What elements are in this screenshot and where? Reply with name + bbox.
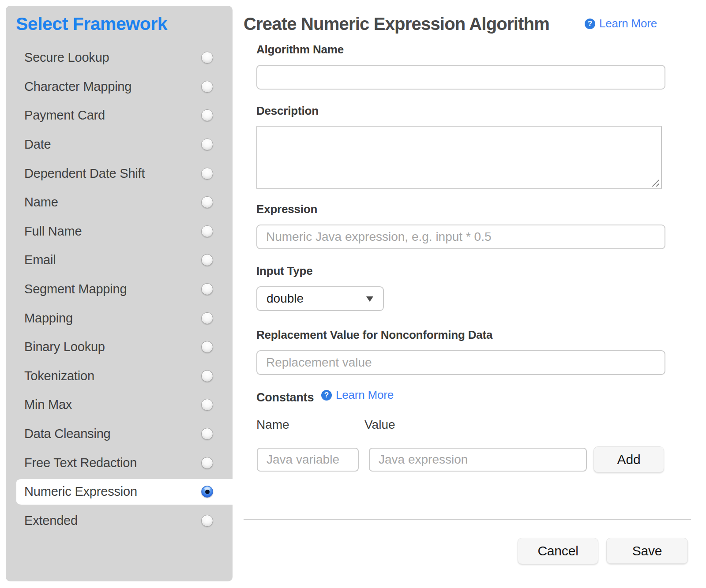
radio-icon[interactable] — [201, 139, 213, 150]
radio-icon[interactable] — [201, 52, 213, 64]
replacement-value-input[interactable] — [256, 350, 665, 375]
help-icon: ? — [585, 19, 595, 29]
sidebar-item-numeric-expression[interactable]: Numeric Expression — [16, 477, 233, 506]
cancel-button[interactable]: Cancel — [518, 538, 598, 564]
save-button[interactable]: Save — [606, 538, 688, 564]
constant-value-input[interactable] — [369, 448, 587, 472]
sidebar-item-label: Name — [24, 195, 58, 210]
sidebar-item-payment-card[interactable]: Payment Card — [6, 101, 233, 130]
sidebar-item-binary-lookup[interactable]: Binary Lookup — [6, 333, 233, 362]
radio-icon[interactable] — [201, 254, 213, 266]
sidebar-item-full-name[interactable]: Full Name — [6, 217, 233, 246]
radio-icon[interactable] — [201, 457, 213, 469]
sidebar-item-data-cleansing[interactable]: Data Cleansing — [6, 419, 233, 449]
input-type-label: Input Type — [256, 264, 313, 278]
sidebar-item-min-max[interactable]: Min Max — [6, 390, 233, 419]
constant-name-input[interactable] — [257, 448, 359, 472]
sidebar-item-extended[interactable]: Extended — [6, 506, 233, 536]
sidebar-item-label: Date — [24, 137, 51, 152]
algorithm-name-input[interactable] — [256, 65, 665, 90]
expression-input[interactable] — [256, 225, 665, 249]
resize-handle-icon[interactable] — [652, 179, 659, 187]
sidebar-item-label: Min Max — [24, 397, 72, 412]
input-type-select[interactable]: double — [256, 286, 384, 311]
sidebar-item-label: Dependent Date Shift — [24, 166, 145, 181]
radio-icon[interactable] — [201, 168, 213, 180]
sidebar-item-label: Payment Card — [24, 108, 105, 123]
sidebar-item-label: Email — [24, 253, 56, 267]
page-title: Create Numeric Expression Algorithm — [244, 14, 549, 34]
radio-icon[interactable] — [201, 225, 213, 237]
replacement-value-label: Replacement Value for Nonconforming Data — [256, 328, 492, 342]
radio-icon[interactable] — [201, 399, 213, 411]
radio-icon[interactable] — [201, 283, 213, 295]
sidebar-item-label: Segment Mapping — [24, 282, 127, 296]
radio-icon[interactable] — [201, 81, 213, 93]
expression-label: Expression — [256, 202, 317, 216]
radio-icon[interactable] — [201, 370, 213, 382]
dropdown-arrow-icon — [366, 296, 373, 302]
description-textarea[interactable] — [256, 126, 662, 189]
help-icon: ? — [321, 390, 332, 401]
radio-icon[interactable] — [201, 428, 213, 440]
sidebar-item-tokenization[interactable]: Tokenization — [6, 362, 233, 391]
create-algorithm-page: Select Framework Secure Lookup Character… — [0, 0, 706, 588]
footer-divider — [244, 519, 691, 520]
sidebar-item-label: Binary Lookup — [24, 340, 105, 354]
description-label: Description — [256, 104, 319, 118]
sidebar-item-segment-mapping[interactable]: Segment Mapping — [6, 275, 233, 304]
framework-sidebar: Select Framework Secure Lookup Character… — [6, 6, 233, 581]
learn-more-label: Learn More — [599, 17, 657, 30]
sidebar-item-label: Mapping — [24, 311, 73, 326]
sidebar-item-label: Secure Lookup — [24, 50, 109, 65]
sidebar-item-label: Full Name — [24, 224, 82, 239]
sidebar-item-date[interactable]: Date — [6, 130, 233, 159]
sidebar-title: Select Framework — [16, 14, 167, 34]
radio-icon[interactable] — [201, 515, 213, 527]
constants-learn-more-link[interactable]: ? Learn More — [321, 388, 394, 402]
sidebar-item-label: Character Mapping — [24, 79, 131, 94]
constants-learn-more-label: Learn More — [336, 388, 394, 402]
sidebar-item-character-mapping[interactable]: Character Mapping — [6, 72, 233, 101]
sidebar-item-mapping[interactable]: Mapping — [6, 303, 233, 333]
sidebar-item-label: Numeric Expression — [24, 484, 137, 499]
constants-label: Constants — [256, 391, 314, 404]
radio-icon[interactable] — [201, 109, 213, 121]
sidebar-item-email[interactable]: Email — [6, 246, 233, 275]
constants-name-header: Name — [256, 418, 289, 432]
add-constant-button[interactable]: Add — [593, 446, 664, 472]
radio-selected-icon[interactable] — [201, 486, 213, 498]
sidebar-item-label: Extended — [24, 513, 78, 528]
sidebar-item-secure-lookup[interactable]: Secure Lookup — [6, 43, 233, 72]
sidebar-item-free-text-redaction[interactable]: Free Text Redaction — [6, 448, 233, 477]
sidebar-item-dependent-date-shift[interactable]: Dependent Date Shift — [6, 159, 233, 188]
algorithm-name-label: Algorithm Name — [256, 43, 344, 56]
radio-icon[interactable] — [201, 312, 213, 324]
sidebar-item-label: Free Text Redaction — [24, 456, 137, 470]
sidebar-item-name[interactable]: Name — [6, 188, 233, 217]
constants-value-header: Value — [364, 418, 395, 432]
learn-more-link[interactable]: ? Learn More — [585, 17, 657, 30]
radio-icon[interactable] — [201, 341, 213, 353]
sidebar-item-label: Tokenization — [24, 369, 94, 383]
framework-list: Secure Lookup Character Mapping Payment … — [6, 43, 233, 535]
input-type-value: double — [267, 292, 304, 306]
sidebar-item-label: Data Cleansing — [24, 427, 111, 441]
radio-icon[interactable] — [201, 196, 213, 208]
